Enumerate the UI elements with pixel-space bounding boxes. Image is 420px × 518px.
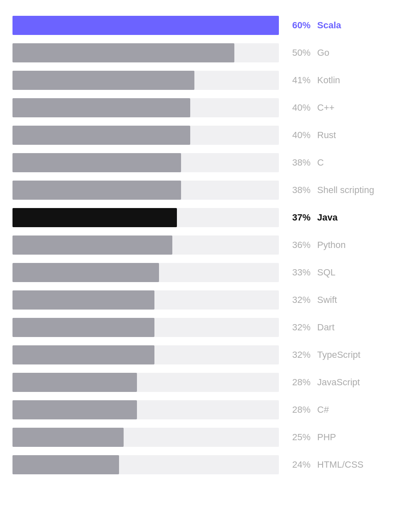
bar-fill: [12, 208, 177, 227]
percentage-label: 37%: [286, 212, 311, 223]
percentage-label: 40%: [286, 130, 311, 141]
chart-row: 25%PHP: [12, 424, 408, 450]
label-area: 28%C#: [286, 404, 411, 415]
bar-fill: [12, 98, 190, 117]
label-area: 40%Rust: [286, 130, 411, 141]
chart-row: 32%Dart: [12, 315, 408, 340]
bar-fill: [12, 71, 194, 90]
label-area: 25%PHP: [286, 432, 411, 443]
bar-fill: [12, 455, 119, 474]
percentage-label: 24%: [286, 459, 311, 470]
percentage-label: 32%: [286, 295, 311, 305]
chart-row: 32%Swift: [12, 287, 408, 313]
chart-row: 32%TypeScript: [12, 342, 408, 368]
bar-fill: [12, 373, 137, 392]
bar-background: [12, 428, 279, 447]
percentage-label: 60%: [286, 20, 311, 31]
language-label: Scala: [317, 20, 341, 31]
percentage-label: 38%: [286, 185, 311, 196]
label-area: 32%TypeScript: [286, 349, 411, 360]
percentage-label: 28%: [286, 404, 311, 415]
percentage-label: 25%: [286, 432, 311, 443]
chart-container: 60%Scala50%Go41%Kotlin40%C++40%Rust38%C3…: [12, 8, 408, 483]
percentage-label: 41%: [286, 75, 311, 86]
language-label: Go: [317, 47, 329, 58]
language-label: Dart: [317, 322, 335, 333]
bar-background: [12, 16, 279, 35]
bar-fill: [12, 428, 124, 447]
language-label: TypeScript: [317, 349, 360, 360]
chart-row: 37%Java: [12, 205, 408, 230]
chart-row: 60%Scala: [12, 12, 408, 38]
chart-row: 40%C++: [12, 95, 408, 121]
chart-row: 38%Shell scripting: [12, 177, 408, 203]
bar-fill: [12, 43, 234, 62]
percentage-label: 38%: [286, 157, 311, 168]
language-label: C++: [317, 102, 335, 113]
percentage-label: 36%: [286, 240, 311, 250]
chart-row: 33%SQL: [12, 260, 408, 285]
chart-row: 40%Rust: [12, 122, 408, 148]
bar-background: [12, 373, 279, 392]
language-label: Swift: [317, 295, 337, 305]
bar-fill: [12, 181, 181, 200]
language-label: C#: [317, 404, 329, 415]
percentage-label: 32%: [286, 349, 311, 360]
percentage-label: 40%: [286, 102, 311, 113]
label-area: 33%SQL: [286, 267, 411, 278]
bar-background: [12, 71, 279, 90]
label-area: 60%Scala: [286, 20, 411, 31]
label-area: 28%JavaScript: [286, 377, 411, 388]
label-area: 32%Swift: [286, 295, 411, 305]
language-label: Kotlin: [317, 75, 340, 86]
language-label: SQL: [317, 267, 336, 278]
chart-row: 50%Go: [12, 40, 408, 66]
bar-background: [12, 290, 279, 310]
bar-background: [12, 181, 279, 200]
bar-fill: [12, 126, 190, 145]
bar-background: [12, 153, 279, 172]
bar-fill: [12, 318, 154, 337]
bar-background: [12, 98, 279, 117]
bar-background: [12, 455, 279, 474]
bar-background: [12, 400, 279, 419]
language-label: Java: [317, 212, 338, 223]
chart-row: 24%HTML/CSS: [12, 452, 408, 478]
language-label: HTML/CSS: [317, 459, 363, 470]
language-label: Shell scripting: [317, 185, 374, 196]
language-label: JavaScript: [317, 377, 360, 388]
bar-fill: [12, 400, 137, 419]
percentage-label: 32%: [286, 322, 311, 333]
language-label: Python: [317, 240, 346, 250]
percentage-label: 50%: [286, 47, 311, 58]
label-area: 50%Go: [286, 47, 411, 58]
bar-fill: [12, 263, 159, 282]
label-area: 40%C++: [286, 102, 411, 113]
bar-background: [12, 345, 279, 364]
chart-row: 28%C#: [12, 397, 408, 423]
language-label: C: [317, 157, 324, 168]
label-area: 37%Java: [286, 212, 411, 223]
bar-fill: [12, 290, 154, 310]
label-area: 41%Kotlin: [286, 75, 411, 86]
language-label: PHP: [317, 432, 336, 443]
label-area: 32%Dart: [286, 322, 411, 333]
bar-background: [12, 208, 279, 227]
label-area: 24%HTML/CSS: [286, 459, 411, 470]
bar-fill: [12, 153, 181, 172]
language-label: Rust: [317, 130, 336, 141]
bar-fill: [12, 235, 172, 255]
chart-row: 36%Python: [12, 232, 408, 258]
label-area: 38%Shell scripting: [286, 185, 411, 196]
bar-fill: [12, 16, 279, 35]
bar-background: [12, 263, 279, 282]
label-area: 38%C: [286, 157, 411, 168]
percentage-label: 28%: [286, 377, 311, 388]
label-area: 36%Python: [286, 240, 411, 250]
bar-fill: [12, 345, 154, 364]
chart-row: 28%JavaScript: [12, 369, 408, 395]
percentage-label: 33%: [286, 267, 311, 278]
chart-row: 38%C: [12, 150, 408, 176]
bar-background: [12, 126, 279, 145]
bar-background: [12, 43, 279, 62]
